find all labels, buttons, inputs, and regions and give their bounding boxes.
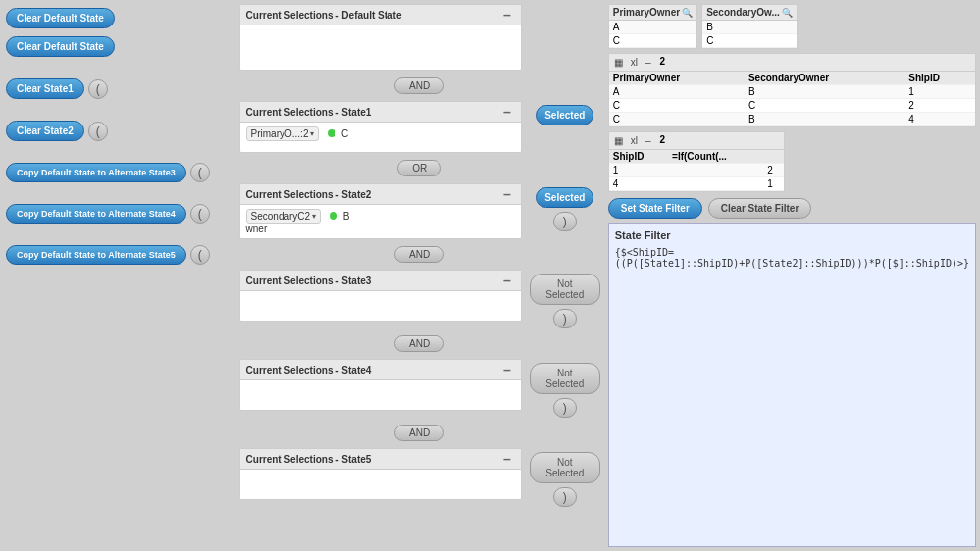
- clear-default-state-btn1[interactable]: Clear Default State: [6, 8, 115, 28]
- secondary-owner-table: SecondaryOw... 🔍 B C: [701, 4, 798, 49]
- and-connector-3: AND: [235, 335, 604, 352]
- secondary-owner-header: SecondaryOw... 🔍: [702, 5, 797, 21]
- set-state-filter-btn[interactable]: Set State Filter: [608, 198, 702, 219]
- col-secondary-owner: SecondaryOwner: [745, 72, 904, 85]
- state2-header: Current Selections - State2 –: [240, 184, 521, 205]
- shipid-tbl: ShipID =If(Count(... 12 41: [609, 150, 784, 191]
- paren-btn-state2[interactable]: (: [88, 122, 108, 141]
- state1-selected-btn[interactable]: Selected: [536, 105, 593, 125]
- state5-title: Current Selections - State5: [246, 454, 499, 465]
- col-ifcount: =If(Count(...: [668, 150, 763, 164]
- state1-minus[interactable]: –: [499, 105, 515, 119]
- primary-owner-tbl: A C: [609, 21, 696, 48]
- state2-title: Current Selections - State2: [246, 189, 499, 200]
- default-state-block: Current Selections - Default State –: [239, 4, 522, 71]
- and-btn-2[interactable]: AND: [394, 246, 444, 263]
- state-filter-expr: {$<ShipID=((P([State1]::ShipID)+P([State…: [615, 247, 969, 269]
- and-connector-4: AND: [235, 425, 604, 441]
- state4-block: Current Selections - State4 –: [239, 359, 522, 411]
- secondary-owner-tbl: B C: [702, 21, 797, 48]
- state3-not-selected-btn[interactable]: Not Selected: [530, 274, 600, 305]
- state3-header: Current Selections - State3 –: [240, 271, 521, 291]
- minus-icon2[interactable]: –: [643, 134, 654, 147]
- state2-block: Current Selections - State2 – SecondaryC…: [239, 183, 522, 239]
- state3-close-paren[interactable]: ): [553, 309, 577, 328]
- state-filter-section: State Filter {$<ShipID=((P([State1]::Shi…: [608, 223, 976, 547]
- state1-field-tag[interactable]: PrimaryO...:2 ▾: [246, 126, 320, 141]
- search-icon2[interactable]: 🔍: [782, 8, 793, 18]
- table-row[interactable]: A: [609, 21, 696, 34]
- combined-tbl: PrimaryOwner SecondaryOwner ShipID AB1 C…: [609, 72, 975, 126]
- state2-minus[interactable]: –: [499, 187, 515, 201]
- table-icon[interactable]: ▦: [611, 56, 626, 69]
- table-row[interactable]: 12: [609, 164, 784, 177]
- or-btn[interactable]: OR: [397, 160, 441, 176]
- table-row[interactable]: C: [702, 34, 797, 48]
- clear-default-state-btn2[interactable]: Clear Default State: [6, 36, 115, 57]
- state4-minus[interactable]: –: [499, 363, 515, 376]
- state3-content: [240, 291, 521, 321]
- default-state-minus[interactable]: –: [499, 8, 515, 22]
- col-val: [763, 150, 784, 164]
- copy-state4-btn[interactable]: Copy Default State to Alternate State4: [6, 204, 186, 224]
- state1-value: C: [341, 128, 348, 139]
- state5-close-paren[interactable]: ): [553, 487, 577, 507]
- state2-selected-btn[interactable]: Selected: [536, 187, 593, 208]
- excel-icon2[interactable]: xl: [628, 134, 641, 147]
- and-connector-1: AND: [235, 77, 604, 94]
- and-connector-2: AND: [235, 246, 604, 263]
- shipid-count-table: ▦ xl – 2 ShipID =If(Count(... 12 41: [608, 131, 785, 192]
- state5-not-selected-btn[interactable]: Not Selected: [530, 452, 600, 483]
- and-btn-3[interactable]: AND: [394, 335, 444, 352]
- default-state-header: Current Selections - Default State –: [240, 5, 521, 25]
- excel-icon[interactable]: xl: [628, 56, 641, 69]
- paren-btn-state3[interactable]: (: [190, 163, 210, 182]
- state5-block: Current Selections - State5 –: [239, 448, 522, 500]
- dropdown-arrow-icon2: ▾: [312, 212, 316, 221]
- paren-btn-state4[interactable]: (: [190, 204, 210, 224]
- or-connector: OR: [235, 160, 604, 176]
- primary-owner-title: PrimaryOwner: [613, 7, 680, 18]
- and-btn-1[interactable]: AND: [394, 77, 444, 94]
- shipid-toolbar: ▦ xl – 2: [609, 132, 784, 150]
- paren-btn-state1[interactable]: (: [88, 79, 108, 99]
- state2-content: SecondaryC2 ▾ B wner: [240, 205, 521, 238]
- col-primary-owner: PrimaryOwner: [609, 72, 745, 85]
- table-row[interactable]: B: [702, 21, 797, 34]
- state2-sublabel: wner: [246, 224, 268, 234]
- table-row[interactable]: AB1: [609, 85, 975, 99]
- top-tables-row: PrimaryOwner 🔍 A C SecondaryOw... 🔍: [608, 4, 976, 49]
- primary-owner-table: PrimaryOwner 🔍 A C: [608, 4, 697, 49]
- clear-state-filter-btn[interactable]: Clear State Filter: [708, 198, 811, 219]
- table-row[interactable]: CB4: [609, 113, 975, 126]
- state-filter-title: State Filter: [615, 229, 969, 241]
- table-row[interactable]: 41: [609, 177, 784, 191]
- clear-state2-btn[interactable]: Clear State2: [6, 121, 84, 141]
- state1-block: Current Selections - State1 – PrimaryO..…: [239, 101, 522, 153]
- table-row[interactable]: C: [609, 34, 696, 48]
- middle-wrapper: Current Selections - Default State – AND…: [235, 0, 604, 551]
- state4-not-selected-btn[interactable]: Not Selected: [530, 363, 600, 394]
- state3-minus[interactable]: –: [499, 274, 515, 287]
- copy-state5-btn[interactable]: Copy Default State to Alternate State5: [6, 245, 186, 265]
- and-btn-4[interactable]: AND: [394, 425, 444, 441]
- dropdown-arrow-icon: ▾: [310, 129, 314, 138]
- clear-state1-btn[interactable]: Clear State1: [6, 78, 84, 99]
- state2-close-paren[interactable]: ): [553, 212, 577, 231]
- default-state-content: [240, 25, 521, 70]
- table-header-row: PrimaryOwner SecondaryOwner ShipID: [609, 72, 975, 85]
- search-icon[interactable]: 🔍: [682, 8, 693, 18]
- paren-btn-state5[interactable]: (: [190, 245, 210, 265]
- minus-icon[interactable]: –: [643, 56, 654, 69]
- table-header-row2: ShipID =If(Count(...: [609, 150, 784, 164]
- table-row[interactable]: CC2: [609, 99, 975, 113]
- state5-content: [240, 470, 521, 499]
- state3-title: Current Selections - State3: [246, 276, 499, 286]
- state2-field-tag[interactable]: SecondaryC2 ▾: [246, 209, 322, 224]
- state3-block: Current Selections - State3 –: [239, 270, 522, 322]
- state4-close-paren[interactable]: ): [553, 398, 577, 418]
- state1-content: PrimaryO...:2 ▾ C: [240, 123, 521, 152]
- copy-state3-btn[interactable]: Copy Default State to Alternate State3: [6, 163, 186, 182]
- table-icon2[interactable]: ▦: [611, 134, 626, 147]
- state5-minus[interactable]: –: [499, 452, 515, 466]
